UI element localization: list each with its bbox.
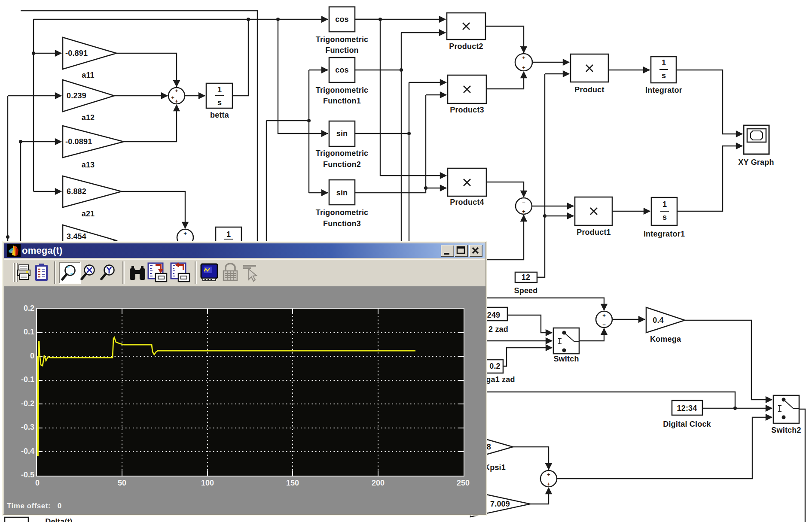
svg-text:Kpsi1: Kpsi1 xyxy=(484,463,506,472)
svg-text:a13: a13 xyxy=(82,161,95,169)
svg-text:Function1: Function1 xyxy=(323,97,361,105)
svg-text:+: + xyxy=(522,64,525,71)
svg-text:sin: sin xyxy=(336,188,348,197)
svg-text:ga1 zad: ga1 zad xyxy=(486,375,515,384)
svg-text:-0.0891: -0.0891 xyxy=(65,137,92,146)
svg-text:+: + xyxy=(547,471,550,478)
svg-text:+: + xyxy=(175,98,178,104)
svg-text:-0.891: -0.891 xyxy=(65,49,88,58)
svg-text:Product4: Product4 xyxy=(450,198,484,206)
svg-text:Komega: Komega xyxy=(650,335,681,343)
svg-text:a11: a11 xyxy=(82,71,95,79)
svg-text:betta: betta xyxy=(210,111,229,119)
svg-text:s: s xyxy=(662,213,667,222)
svg-text:cos: cos xyxy=(335,15,349,24)
svg-text:Integrator1: Integrator1 xyxy=(644,230,685,238)
svg-text:2 zad: 2 zad xyxy=(488,325,508,334)
svg-text:Function3: Function3 xyxy=(323,219,361,228)
svg-text:+: + xyxy=(522,208,525,215)
svg-text:12:34: 12:34 xyxy=(677,404,697,413)
svg-text:0.2: 0.2 xyxy=(489,362,501,370)
svg-text:Product1: Product1 xyxy=(577,228,611,237)
svg-text:Function: Function xyxy=(325,46,359,55)
svg-text:0.239: 0.239 xyxy=(67,91,86,100)
svg-text:Trigonometric: Trigonometric xyxy=(316,208,369,217)
svg-text:+: + xyxy=(522,55,525,61)
svg-text:Product: Product xyxy=(574,85,604,94)
svg-text:Speed: Speed xyxy=(514,286,537,295)
svg-text:s: s xyxy=(662,71,666,80)
svg-text:1: 1 xyxy=(662,58,666,67)
svg-text:12: 12 xyxy=(522,273,530,282)
svg-text:Switch: Switch xyxy=(553,355,579,363)
svg-text:+: + xyxy=(171,94,174,101)
svg-text:s: s xyxy=(217,98,222,107)
svg-text:a12: a12 xyxy=(82,113,95,122)
svg-text:3.454: 3.454 xyxy=(67,232,86,241)
svg-text:1: 1 xyxy=(226,230,231,239)
svg-text:+: + xyxy=(547,481,550,487)
svg-text:0.4: 0.4 xyxy=(653,316,664,325)
svg-text:Function2: Function2 xyxy=(323,160,361,169)
svg-text:7.009: 7.009 xyxy=(490,500,510,508)
svg-text:−: − xyxy=(522,199,525,205)
svg-text:sin: sin xyxy=(336,129,348,138)
svg-text:1: 1 xyxy=(662,200,667,209)
svg-text:−: − xyxy=(602,322,606,328)
svg-text:Integrator: Integrator xyxy=(645,86,682,94)
svg-text:+: + xyxy=(183,230,187,237)
svg-text:XY Graph: XY Graph xyxy=(738,158,774,167)
svg-text:+: + xyxy=(602,312,606,319)
svg-text:Digital Clock: Digital Clock xyxy=(663,420,711,428)
svg-text:Trigonometric: Trigonometric xyxy=(316,149,369,158)
svg-text:249: 249 xyxy=(487,311,501,319)
svg-text:cos: cos xyxy=(335,66,349,74)
svg-text:+: + xyxy=(175,88,178,94)
svg-text:Trigonometric: Trigonometric xyxy=(316,86,369,94)
svg-text:a21: a21 xyxy=(82,209,95,218)
svg-text:Product3: Product3 xyxy=(450,106,484,114)
svg-text:Trigonometric: Trigonometric xyxy=(316,35,369,44)
svg-text:Product2: Product2 xyxy=(449,42,483,51)
svg-text:Delta(t): Delta(t) xyxy=(45,517,73,522)
svg-text:6.882: 6.882 xyxy=(67,187,86,196)
svg-text:1: 1 xyxy=(217,85,222,94)
svg-text:Switch2: Switch2 xyxy=(771,426,801,434)
